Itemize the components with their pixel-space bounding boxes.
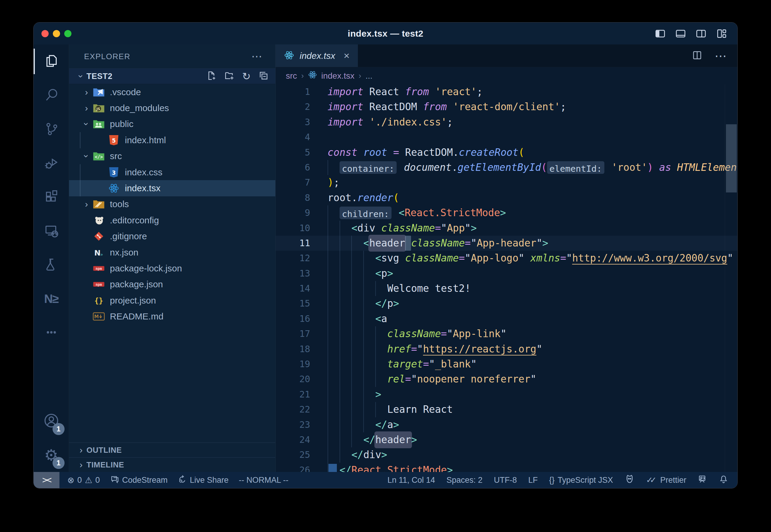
- encoding-status[interactable]: UTF-8: [494, 476, 517, 485]
- panel-outline[interactable]: › OUTLINE: [69, 443, 275, 457]
- new-folder-icon[interactable]: [224, 71, 234, 82]
- line-number[interactable]: 15: [276, 296, 310, 311]
- tree-item-project-json[interactable]: {}project.json: [69, 292, 275, 308]
- explorer-more-icon[interactable]: ⋯: [251, 50, 262, 63]
- tree-item-nx-json[interactable]: N»nx.json: [69, 244, 275, 260]
- formatter-status[interactable]: ✓✓Prettier: [646, 475, 686, 485]
- line-number[interactable]: 17: [276, 326, 310, 341]
- toggle-primary-sidebar-icon[interactable]: [655, 28, 666, 39]
- breadcrumb-src[interactable]: src: [286, 71, 297, 81]
- tree-item-index-css[interactable]: 3index.css: [69, 164, 275, 180]
- language-status[interactable]: {}TypeScript JSX: [549, 476, 613, 485]
- tree-item--vscode[interactable]: ›.vscode: [69, 84, 275, 100]
- line-number[interactable]: 26: [276, 463, 310, 472]
- feedback-status[interactable]: [698, 474, 707, 486]
- line-number[interactable]: 12: [276, 251, 310, 266]
- code-line-22[interactable]: 22 Learn React: [276, 402, 737, 417]
- line-number[interactable]: 22: [276, 402, 310, 417]
- code-line-13[interactable]: 13 <p>: [276, 266, 737, 281]
- activity-accounts[interactable]: 1: [34, 404, 69, 438]
- line-number[interactable]: 10: [276, 221, 310, 236]
- section-test2[interactable]: › TEST2 ↻: [69, 68, 275, 84]
- tree-item-tools[interactable]: ›tools: [69, 196, 275, 212]
- refresh-icon[interactable]: ↻: [242, 71, 251, 81]
- cursor-position-status[interactable]: Ln 11, Col 14: [387, 476, 435, 485]
- code-line-3[interactable]: 3import './index.css';: [276, 115, 737, 130]
- code-line-8[interactable]: 8root.render(: [276, 190, 737, 205]
- activity-run-debug[interactable]: [34, 146, 69, 180]
- line-number[interactable]: 5: [276, 145, 310, 160]
- customize-layout-icon[interactable]: [716, 28, 727, 39]
- activity-extensions[interactable]: [34, 180, 69, 214]
- line-number[interactable]: 16: [276, 311, 310, 326]
- tree-item--editorconfig[interactable]: .editorconfig: [69, 212, 275, 228]
- tab-index-tsx[interactable]: index.tsx ×: [276, 44, 358, 67]
- problems-status[interactable]: ⊗0 ⚠0: [67, 475, 100, 485]
- code-line-1[interactable]: 1import React from 'react';: [276, 84, 737, 99]
- line-number[interactable]: 4: [276, 130, 310, 145]
- tree-item-src[interactable]: ›</>src: [69, 148, 275, 164]
- octocat-status[interactable]: [624, 474, 635, 486]
- codestream-status[interactable]: CodeStream: [110, 475, 168, 486]
- new-file-icon[interactable]: [206, 71, 216, 82]
- activity-search[interactable]: [34, 78, 69, 112]
- line-number[interactable]: 1: [276, 84, 310, 99]
- line-number[interactable]: 21: [276, 387, 310, 402]
- line-number[interactable]: 6: [276, 160, 310, 175]
- scrollbar-thumb[interactable]: [726, 124, 737, 192]
- activity-explorer[interactable]: [34, 44, 69, 78]
- tree-item-package-json[interactable]: npmpackage.json: [69, 277, 275, 292]
- line-number[interactable]: 18: [276, 342, 310, 357]
- line-number[interactable]: 14: [276, 281, 310, 296]
- code-line-6[interactable]: 6 container: document.getElementById(ele…: [276, 160, 737, 175]
- vim-mode-status[interactable]: -- NORMAL --: [239, 476, 288, 485]
- code-line-18[interactable]: 18 href="https://reactjs.org": [276, 342, 737, 357]
- code-line-21[interactable]: 21 >: [276, 387, 737, 402]
- indentation-status[interactable]: Spaces: 2: [446, 476, 482, 485]
- tree-item-package-lock-json[interactable]: npmpackage-lock.json: [69, 260, 275, 276]
- code-line-20[interactable]: 20 rel="noopener noreferrer": [276, 372, 737, 387]
- line-number[interactable]: 9: [276, 205, 310, 220]
- code-line-25[interactable]: 25 </div>: [276, 447, 737, 462]
- activity-nx-console[interactable]: N≥: [34, 282, 69, 316]
- collapse-all-icon[interactable]: [259, 71, 269, 82]
- breadcrumb-file[interactable]: index.tsx: [321, 71, 355, 81]
- line-number[interactable]: 13: [276, 266, 310, 281]
- tree-item-node-modules[interactable]: ›JSnode_modules: [69, 100, 275, 116]
- close-tab-icon[interactable]: ×: [343, 50, 349, 62]
- editor-scrollbar[interactable]: [725, 84, 737, 472]
- code-line-24[interactable]: 24 </header>: [276, 432, 737, 447]
- toggle-secondary-sidebar-icon[interactable]: [695, 28, 707, 39]
- code-line-7[interactable]: 7);: [276, 175, 737, 190]
- line-number[interactable]: 20: [276, 372, 310, 387]
- line-number[interactable]: 8: [276, 190, 310, 205]
- code-line-19[interactable]: 19 target="_blank": [276, 357, 737, 372]
- line-number[interactable]: 7: [276, 175, 310, 190]
- activity-more[interactable]: [34, 316, 69, 350]
- tree-item-readme-md[interactable]: MREADME.md: [69, 308, 275, 324]
- code-line-2[interactable]: 2import ReactDOM from 'react-dom/client'…: [276, 99, 737, 114]
- code-line-16[interactable]: 16 <a: [276, 311, 737, 326]
- code-line-4[interactable]: 4: [276, 130, 737, 145]
- tree-item--gitignore[interactable]: .gitignore: [69, 228, 275, 244]
- breadcrumb[interactable]: src › index.tsx › ...: [276, 67, 737, 84]
- toggle-panel-icon[interactable]: [675, 28, 686, 39]
- tree-item-index-tsx[interactable]: index.tsx: [69, 180, 275, 196]
- panel-timeline[interactable]: › TIMELINE: [69, 457, 275, 472]
- remote-indicator[interactable]: ><: [34, 472, 59, 488]
- code-line-10[interactable]: 10 <div className="App">: [276, 221, 737, 236]
- code-line-5[interactable]: 5const root = ReactDOM.createRoot(: [276, 145, 737, 160]
- line-number[interactable]: 25: [276, 447, 310, 462]
- tree-item-public[interactable]: ›public: [69, 116, 275, 132]
- eol-status[interactable]: LF: [528, 476, 538, 485]
- code-editor[interactable]: 1import React from 'react';2import React…: [276, 84, 737, 472]
- line-number[interactable]: 19: [276, 357, 310, 372]
- breadcrumb-symbol[interactable]: ...: [365, 71, 372, 81]
- code-line-26[interactable]: 26 </React.StrictMode>: [276, 463, 737, 472]
- code-line-11[interactable]: 11 <header className="App-header">: [276, 236, 737, 251]
- code-line-12[interactable]: 12 <svg className="App-logo" xmlns="http…: [276, 251, 737, 266]
- line-number[interactable]: 2: [276, 99, 310, 114]
- notifications-status[interactable]: [719, 474, 728, 486]
- activity-remote-explorer[interactable]: [34, 214, 69, 248]
- editor-more-actions-icon[interactable]: ⋯: [715, 49, 727, 63]
